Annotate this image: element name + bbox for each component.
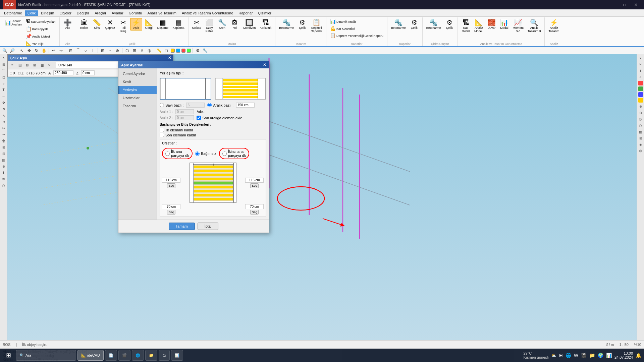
menu-degistir[interactable]: Değiştir <box>74 10 92 16</box>
tb-move[interactable]: ✥ <box>26 47 33 54</box>
ribbon-btn-dinamik[interactable]: 📊 Dinamik Analiz <box>328 18 358 25</box>
offset-right-top-btn[interactable]: Seç <box>250 183 259 188</box>
tb-undo[interactable]: ↩ <box>50 47 57 54</box>
nav-genel[interactable]: Genel Ayarlar <box>118 70 157 78</box>
bagimsiz-input[interactable] <box>195 152 200 156</box>
ribbon-btn-aks[interactable]: ➕ Aks <box>62 18 74 31</box>
ribbon-btn-beton-rapor[interactable]: 🔩 Betonarme <box>389 18 408 31</box>
menu-birlesim[interactable]: Birleşim <box>38 10 57 16</box>
taskbar-apps-icon[interactable]: ⊞ <box>559 353 563 358</box>
ribbon-btn-kaplama[interactable]: ▤ Kaplama <box>171 18 186 31</box>
rt-color1[interactable] <box>638 81 643 85</box>
ilk-ana-radio[interactable]: İlk anaparçaya dk <box>162 148 193 159</box>
menu-ayarlar[interactable]: Ayarlar <box>109 10 126 16</box>
rt-icon5[interactable]: ▦ <box>638 129 644 135</box>
start-button[interactable]: ⊞ <box>3 350 14 361</box>
tb-grid[interactable]: # <box>139 47 145 54</box>
lt-move[interactable]: ✥ <box>1 100 7 106</box>
taskbar-edge-icon[interactable]: 🌐 <box>566 353 571 358</box>
ribbon-btn-yari-rijit[interactable]: 📐 Yarı Rijit <box>24 40 57 47</box>
tb-color1[interactable] <box>171 49 175 53</box>
taskbar-video[interactable]: 🎬 <box>118 350 130 361</box>
lt-line[interactable]: ⊟ <box>1 61 7 67</box>
rt-view1[interactable]: Y <box>638 55 644 61</box>
ribbon-btn-capraz[interactable]: ✕ Çapraz <box>104 18 117 31</box>
tb-3d[interactable]: ⬡ <box>124 47 130 54</box>
lt-delete[interactable]: 🗑 <box>1 138 7 144</box>
ribbon-btn-analiz-liste[interactable]: 📌 Analiz Listesi <box>24 33 57 40</box>
aralik-bazli-input[interactable] <box>207 103 212 107</box>
ilk-eleman-input[interactable] <box>160 128 164 132</box>
son-araligi-input[interactable] <box>197 116 201 120</box>
ribbon-btn-kat-genel[interactable]: 🏗 Kat Genel Ayarları <box>24 18 57 25</box>
ribbon-btn-deprem[interactable]: 📋 Deprem Yönetmeliği Genel Raporu <box>328 32 385 39</box>
menu-betonarme[interactable]: Betonarme <box>1 10 25 16</box>
rt-icon6[interactable]: ⊞ <box>638 135 644 141</box>
rt-icon2[interactable]: ⊙ <box>638 110 644 116</box>
tb-rotate[interactable]: ↻ <box>33 47 40 54</box>
offset-left-bottom-input[interactable] <box>162 204 180 209</box>
tb-snap2[interactable]: ◎ <box>146 47 153 54</box>
placement-img-1[interactable] <box>160 78 211 100</box>
ribbon-btn-beton-cizim[interactable]: 🔩 Betonarme <box>425 18 443 31</box>
ribbon-btn-moment[interactable]: 📈 Moment3-3 <box>511 18 525 34</box>
lt-3dview[interactable]: ⬡ <box>1 182 7 188</box>
tb-line[interactable]: ⊟ <box>67 47 74 54</box>
minimize-button[interactable]: — <box>608 1 619 8</box>
ribbon-btn-gergi[interactable]: 📐 Gergi <box>143 18 155 31</box>
ribbon-btn-kat-kopya[interactable]: 📋 Kat Kopyala <box>24 25 57 32</box>
tb-circle[interactable]: ○ <box>82 47 89 54</box>
lt-arc[interactable]: ⌒ <box>1 68 7 74</box>
ribbon-btn-doseme[interactable]: ▦ Döşeme <box>156 18 170 31</box>
nav-tasarim[interactable]: Tasarım <box>118 102 157 110</box>
tb-text[interactable]: T <box>90 47 96 54</box>
tb-redo[interactable]: ↪ <box>58 47 64 54</box>
rt-icon4[interactable]: ⬡ <box>638 122 644 128</box>
lt-dim[interactable]: ↔ <box>1 93 7 99</box>
nav-yerlesim[interactable]: Yerleşim <box>118 86 157 94</box>
ribbon-btn-kat-kuvvetleri[interactable]: 💪 Kat Kuvvetleri <box>328 25 357 32</box>
tb-arc[interactable]: ⌒ <box>75 47 82 54</box>
rt-color2[interactable] <box>638 86 643 91</box>
ribbon-btn-celik-rapor[interactable]: ⚙ Çelik <box>408 18 420 31</box>
tb-color4[interactable] <box>187 49 191 53</box>
maximize-button[interactable]: □ <box>619 1 630 8</box>
taskbar-excel-icon[interactable]: 📊 <box>606 353 612 358</box>
taskbar-excel[interactable]: 📊 <box>171 350 183 361</box>
purlin-close-icon[interactable]: ✕ <box>168 56 171 60</box>
tb-measure[interactable]: 📏 <box>156 47 162 54</box>
ribbon-btn-korkuluk[interactable]: 🏗 Korkuluk <box>258 18 273 31</box>
offset-right-bottom-input[interactable] <box>245 204 264 209</box>
ribbon-btn-modal[interactable]: 📊 Modal <box>498 18 510 31</box>
lt-attrib[interactable]: ℹ <box>1 170 7 176</box>
iptal-button[interactable]: İptal <box>198 223 219 230</box>
ribbon-btn-secmeli[interactable]: 📋 SeçmeliRaporlar <box>309 18 324 34</box>
rt-view2[interactable]: N <box>638 61 644 67</box>
ribbon-btn-kolon[interactable]: 🏛 Kolon <box>78 18 90 31</box>
nav-kesit[interactable]: Kesit <box>118 78 157 86</box>
close-button[interactable]: ✕ <box>631 1 641 8</box>
ribbon-btn-duvar[interactable]: 🧱 Duvar <box>485 18 497 31</box>
purlin-tb-icon1[interactable]: ≡ <box>9 62 16 68</box>
purlin-tb-icon3[interactable]: ⊟ <box>24 62 31 68</box>
ribbon-btn-kati[interactable]: 🏗 KatıModel <box>460 18 472 34</box>
tb-select[interactable]: ↖ <box>18 47 25 54</box>
ribbon-btn-kiris[interactable]: 📏 Kiriş <box>91 18 103 31</box>
lt-extend[interactable]: ⇥ <box>1 131 7 137</box>
lt-circle[interactable]: ○ <box>1 80 7 86</box>
tb-color2[interactable] <box>176 49 180 53</box>
lt-hatch[interactable]: ▦ <box>1 157 7 163</box>
ribbon-btn-betonarme-tasarim[interactable]: 🔩 Betonarme <box>277 18 296 31</box>
menu-analiz-tasarim[interactable]: Analiz ve Tasarım <box>145 10 179 16</box>
bagimsiz-radio[interactable]: Bağımsız <box>195 152 216 156</box>
rt-icon7[interactable]: ◈ <box>638 141 644 147</box>
tb-dim[interactable]: ↔ <box>107 47 113 54</box>
lt-mirror[interactable]: ⇔ <box>1 119 7 125</box>
menu-analiz-goruntuleme[interactable]: Analiz ve Tasarım Görüntüleme <box>179 10 236 16</box>
ribbon-btn-tali[interactable]: ✂ TaliKiriş <box>117 18 129 34</box>
taskbar-word-icon[interactable]: W <box>574 353 578 358</box>
rt-icon8[interactable]: ⚙ <box>638 148 644 154</box>
purlin-tb-icon2[interactable]: ▤ <box>16 62 23 68</box>
tb-snap[interactable]: ⊕ <box>114 47 121 54</box>
rt-color3[interactable] <box>638 92 643 97</box>
